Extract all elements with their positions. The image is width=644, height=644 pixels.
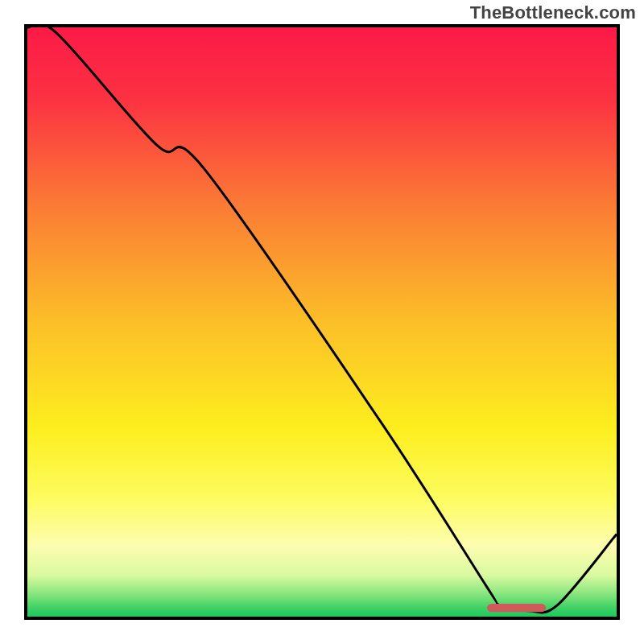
curve-layer (27, 27, 617, 617)
optimal-range-marker (487, 604, 546, 612)
watermark-text: TheBottleneck.com (470, 2, 636, 23)
plot-area (24, 24, 620, 620)
chart-container: TheBottleneck.com (0, 0, 644, 644)
bottleneck-curve (27, 27, 617, 613)
